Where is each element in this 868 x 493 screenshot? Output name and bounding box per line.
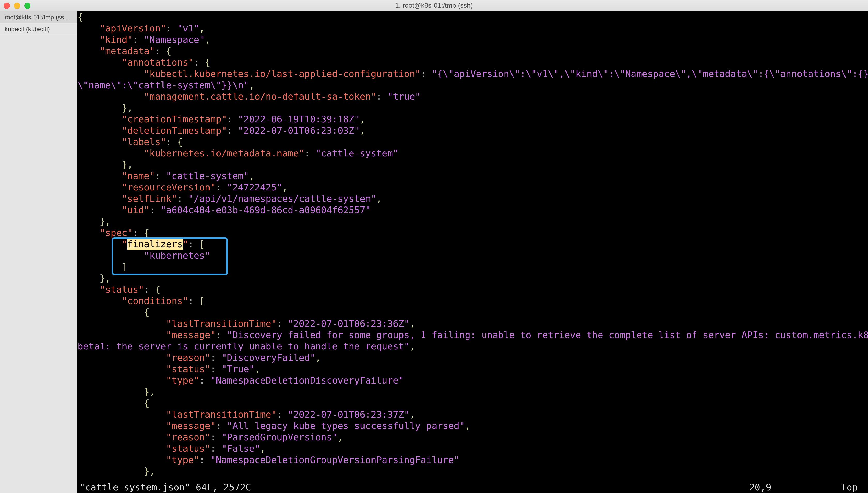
vim-status-line: "cattle-system.json" 64L, 2572C 20,9 Top (78, 481, 868, 493)
window-title: 1. root@k8s-01:/tmp (ssh) (0, 2, 868, 9)
session-tab-ssh[interactable]: root@k8s-01:/tmp (ss... (0, 12, 77, 23)
close-window-button[interactable] (4, 3, 10, 9)
session-tab-kubectl[interactable]: kubectl (kubectl) (0, 23, 77, 35)
status-cursor: 20,9 (749, 481, 827, 493)
maximize-window-button[interactable] (24, 3, 30, 9)
session-sidebar: root@k8s-01:/tmp (ss... kubectl (kubectl… (0, 12, 78, 493)
status-scroll: Top (827, 481, 868, 493)
app-main: root@k8s-01:/tmp (ss... kubectl (kubectl… (0, 12, 868, 493)
terminal-pane[interactable]: { "apiVersion": "v1", "kind": "Namespace… (78, 12, 868, 493)
status-file: "cattle-system.json" 64L, 2572C (80, 481, 749, 493)
window-controls (4, 3, 30, 9)
window-titlebar: 1. root@k8s-01:/tmp (ssh) (0, 0, 868, 12)
terminal-content: { "apiVersion": "v1", "kind": "Namespace… (78, 12, 868, 493)
minimize-window-button[interactable] (14, 3, 20, 9)
